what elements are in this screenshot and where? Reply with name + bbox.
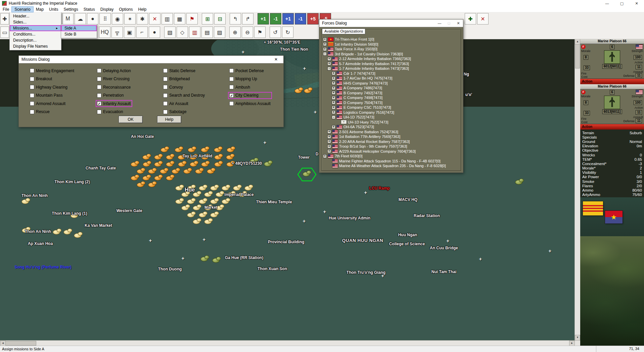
unit-marker[interactable] (175, 148, 182, 152)
rotate-right-icon[interactable]: ↻ (282, 27, 293, 38)
menu-item-missions[interactable]: Missions...▸ (10, 25, 61, 31)
checkbox-unchecked[interactable] (30, 77, 34, 81)
plus-one-green-button[interactable]: +1 (258, 13, 269, 24)
expand-toggle-icon[interactable]: + (332, 71, 335, 75)
unit-marker[interactable] (178, 162, 185, 167)
unit-marker[interactable] (74, 233, 81, 238)
menu-display[interactable]: Display (98, 7, 116, 12)
unit-marker[interactable] (21, 199, 29, 204)
unit-marker[interactable] (148, 169, 155, 174)
menu-item-sides[interactable]: Sides... (10, 19, 61, 25)
mission-option-mopping-up[interactable]: Mopping Up (229, 77, 271, 81)
unit-marker[interactable] (131, 162, 138, 167)
unit-marker[interactable] (148, 183, 155, 187)
unit-marker[interactable] (226, 155, 233, 160)
expand-toggle-icon[interactable]: + (327, 62, 331, 65)
checkbox-unchecked[interactable] (30, 110, 34, 114)
tree-item[interactable]: +Troop B/1st Sqn - 9th Cavalry 7597[7363… (323, 144, 461, 149)
tree-item[interactable]: +A/229 Assault Helicopter Company 7604[7… (323, 149, 461, 154)
tree-item[interactable]: +Logistics Company 7516[7473] (323, 110, 461, 115)
checkbox-unchecked[interactable] (163, 93, 168, 98)
units-mode-icon[interactable]: M (62, 13, 74, 24)
unit-marker[interactable] (137, 183, 144, 187)
stack-view-a-icon[interactable]: ▥ (162, 13, 173, 24)
unit-marker[interactable] (214, 162, 222, 167)
checkbox-unchecked[interactable] (30, 85, 34, 89)
close-button[interactable]: ✕ (629, 0, 644, 7)
unit-marker[interactable] (227, 148, 234, 152)
menu-scenario[interactable]: Scenario (12, 7, 33, 12)
checkbox-unchecked[interactable] (97, 110, 101, 114)
hex-outline-icon[interactable]: ◇ (177, 27, 188, 38)
unit-marker[interactable] (193, 219, 200, 224)
tree-item[interactable]: +OH-6A 7523[7473] (323, 124, 461, 130)
mission-option-armored-assault[interactable]: Armored Assault (30, 101, 74, 106)
delete-icon[interactable]: ✕ (477, 13, 489, 24)
menu-settings[interactable]: Settings (61, 7, 81, 12)
mission-option-convoy[interactable]: Convoy (163, 85, 205, 89)
checkbox-checked[interactable]: ✓ (97, 101, 101, 106)
unit-marker[interactable] (515, 180, 522, 185)
menu-item-conditions[interactable]: Conditions... (10, 31, 61, 37)
counter-base-icon[interactable]: ● (87, 13, 98, 24)
menu-units[interactable]: Units (46, 7, 61, 12)
expand-toggle-icon[interactable]: + (323, 42, 327, 46)
ellipse-icon[interactable]: ● (149, 27, 160, 38)
add-icon[interactable]: ✚ (465, 13, 476, 24)
missions-dialog-close-button[interactable]: ✕ (269, 56, 283, 63)
scroll-down-button[interactable]: ▼ (575, 335, 580, 341)
stacking-dots-icon[interactable]: ⠿ (99, 13, 111, 24)
hq-icon[interactable]: HQ (99, 27, 110, 38)
forces-close-button[interactable]: ✕ (454, 19, 463, 27)
collapse-toggle-icon[interactable]: - (327, 67, 331, 70)
zoom-out-icon[interactable]: ⊖ (242, 27, 253, 38)
unit-marker[interactable] (212, 258, 220, 263)
tree-item[interactable]: +2-20 ARA Aerial Rocket Battery 7587[736… (323, 139, 461, 144)
mission-option-city-clearing[interactable]: ✓City Clearing (229, 93, 271, 98)
unit-marker[interactable] (175, 199, 183, 204)
mission-option-reconaissance[interactable]: Reconaissance (97, 85, 131, 89)
mission-option-mountain-pass[interactable]: Mountain Pass (30, 93, 74, 98)
unit-marker[interactable] (154, 162, 162, 167)
unit-marker[interactable] (160, 148, 168, 152)
unit-marker[interactable] (222, 186, 229, 191)
unit-marker[interactable] (154, 176, 162, 181)
submenu-item-side-b[interactable]: Side B (61, 31, 97, 37)
unit-marker[interactable] (166, 155, 173, 160)
expand-toggle-icon[interactable]: + (323, 47, 327, 51)
unit-marker[interactable] (131, 176, 138, 181)
mission-option-sabotage[interactable]: Sabotage (163, 110, 205, 114)
mission-option-delaying-action[interactable]: Delaying Action (97, 68, 131, 73)
expand-toggle-icon[interactable]: + (327, 135, 331, 139)
menu-status[interactable]: Status (81, 7, 98, 12)
scroll-left-button[interactable]: ◄ (0, 341, 6, 346)
tree-item[interactable]: Marine Fighter Attack Squadron 115 - Da … (323, 159, 461, 164)
checkbox-checked[interactable]: ✓ (229, 93, 234, 98)
tree-item[interactable]: +D Company 7504[7473] (323, 100, 461, 105)
forces-minimize-button[interactable]: — (435, 19, 444, 27)
toolbar-partial-top-icon[interactable]: ✚ (0, 13, 9, 24)
unit-marker[interactable] (181, 206, 189, 210)
unit-marker[interactable] (53, 230, 60, 235)
zoom-in-map-icon[interactable]: ⊞ (202, 13, 213, 24)
expand-toggle-icon[interactable]: + (323, 154, 327, 158)
expand-toggle-icon[interactable]: + (332, 77, 335, 80)
unit-marker[interactable] (199, 199, 206, 204)
minus-one-blue-button[interactable]: -1 (295, 13, 306, 24)
corner-icon[interactable]: ⌐ (136, 27, 148, 38)
undo-icon[interactable]: ↰ (230, 13, 241, 24)
minimize-button[interactable]: — (600, 0, 614, 7)
tree-item[interactable]: +★Tri-Thien-Hue Front 1[0] (323, 37, 461, 42)
mission-option-river-crossing[interactable]: River Crossing (97, 77, 131, 81)
unit-marker[interactable] (210, 186, 218, 191)
expand-toggle-icon[interactable]: + (327, 145, 331, 148)
tree-item[interactable]: +C Company 7498[7473] (323, 95, 461, 100)
tree-item[interactable]: +7th Fleet 6030[0] (323, 154, 461, 159)
mission-option-air-assault[interactable]: Air Assault (163, 101, 205, 106)
menu-file[interactable]: File (0, 7, 12, 12)
mission-option-bridgehead[interactable]: Bridgehead (163, 77, 205, 81)
mission-option-rescue[interactable]: Rescue (30, 110, 74, 114)
menu-map[interactable]: Map (33, 7, 46, 12)
menu-options[interactable]: Options (116, 7, 135, 12)
checkbox-unchecked[interactable] (30, 101, 34, 106)
